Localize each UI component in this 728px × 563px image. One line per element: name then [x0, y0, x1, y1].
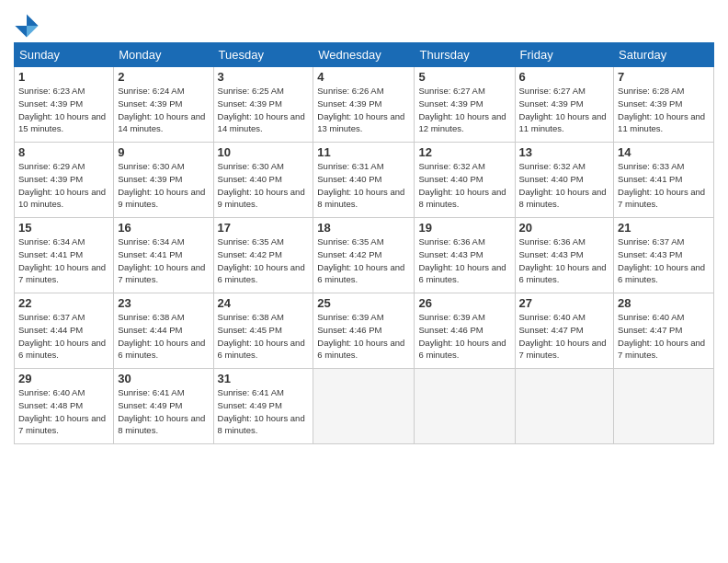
calendar-header-saturday: Saturday [614, 43, 714, 67]
day-info: Sunrise: 6:32 AMSunset: 4:40 PMDaylight:… [519, 161, 607, 209]
calendar-cell: 31 Sunrise: 6:41 AMSunset: 4:49 PMDaylig… [213, 369, 313, 444]
calendar-cell: 10 Sunrise: 6:30 AMSunset: 4:40 PMDaylig… [213, 143, 313, 218]
day-info: Sunrise: 6:36 AMSunset: 4:43 PMDaylight:… [519, 236, 607, 284]
calendar-cell: 29 Sunrise: 6:40 AMSunset: 4:48 PMDaylig… [15, 369, 114, 444]
calendar-header-thursday: Thursday [415, 43, 515, 67]
day-number: 18 [317, 221, 410, 235]
calendar-cell: 19 Sunrise: 6:36 AMSunset: 4:43 PMDaylig… [415, 218, 515, 293]
calendar-cell: 23 Sunrise: 6:38 AMSunset: 4:44 PMDaylig… [114, 293, 213, 369]
day-info: Sunrise: 6:34 AMSunset: 4:41 PMDaylight:… [118, 236, 205, 284]
calendar-cell: 12 Sunrise: 6:32 AMSunset: 4:40 PMDaylig… [415, 143, 515, 218]
calendar-cell: 17 Sunrise: 6:35 AMSunset: 4:42 PMDaylig… [213, 218, 313, 293]
day-info: Sunrise: 6:35 AMSunset: 4:42 PMDaylight:… [218, 236, 305, 284]
day-info: Sunrise: 6:30 AMSunset: 4:40 PMDaylight:… [218, 161, 305, 209]
day-number: 11 [317, 145, 410, 159]
day-number: 29 [18, 372, 109, 385]
day-number: 9 [118, 145, 209, 159]
day-info: Sunrise: 6:37 AMSunset: 4:44 PMDaylight:… [18, 312, 106, 360]
day-info: Sunrise: 6:41 AMSunset: 4:49 PMDaylight:… [118, 387, 205, 435]
day-info: Sunrise: 6:35 AMSunset: 4:42 PMDaylight:… [317, 236, 404, 284]
day-number: 4 [317, 70, 410, 84]
calendar-cell [313, 369, 415, 444]
day-number: 7 [618, 70, 710, 84]
calendar-cell: 24 Sunrise: 6:38 AMSunset: 4:45 PMDaylig… [213, 293, 313, 369]
calendar-header-wednesday: Wednesday [313, 43, 415, 67]
page: SundayMondayTuesdayWednesdayThursdayFrid… [0, 0, 728, 563]
calendar-cell: 4 Sunrise: 6:26 AMSunset: 4:39 PMDayligh… [313, 67, 415, 143]
day-info: Sunrise: 6:38 AMSunset: 4:44 PMDaylight:… [118, 312, 205, 360]
day-number: 3 [218, 70, 310, 84]
calendar-cell: 7 Sunrise: 6:28 AMSunset: 4:39 PMDayligh… [614, 67, 714, 143]
calendar-cell: 20 Sunrise: 6:36 AMSunset: 4:43 PMDaylig… [515, 218, 614, 293]
calendar-week-1: 1 Sunrise: 6:23 AMSunset: 4:39 PMDayligh… [15, 67, 714, 143]
calendar-cell [614, 369, 714, 444]
calendar-cell: 21 Sunrise: 6:37 AMSunset: 4:43 PMDaylig… [614, 218, 714, 293]
day-info: Sunrise: 6:27 AMSunset: 4:39 PMDaylight:… [418, 86, 506, 133]
day-info: Sunrise: 6:36 AMSunset: 4:43 PMDaylight:… [418, 236, 506, 284]
calendar-cell: 6 Sunrise: 6:27 AMSunset: 4:39 PMDayligh… [515, 67, 614, 143]
day-info: Sunrise: 6:27 AMSunset: 4:39 PMDaylight:… [519, 86, 607, 133]
calendar-week-3: 15 Sunrise: 6:34 AMSunset: 4:41 PMDaylig… [15, 218, 714, 293]
day-number: 23 [118, 296, 209, 310]
day-number: 5 [418, 70, 510, 84]
calendar-cell: 1 Sunrise: 6:23 AMSunset: 4:39 PMDayligh… [15, 67, 114, 143]
calendar-cell: 18 Sunrise: 6:35 AMSunset: 4:42 PMDaylig… [313, 218, 415, 293]
calendar-cell: 5 Sunrise: 6:27 AMSunset: 4:39 PMDayligh… [415, 67, 515, 143]
calendar-cell: 11 Sunrise: 6:31 AMSunset: 4:40 PMDaylig… [313, 143, 415, 218]
logo [14, 13, 43, 39]
day-info: Sunrise: 6:26 AMSunset: 4:39 PMDaylight:… [317, 86, 404, 133]
calendar-cell [515, 369, 614, 444]
day-info: Sunrise: 6:34 AMSunset: 4:41 PMDaylight:… [18, 236, 106, 284]
day-number: 21 [618, 221, 710, 235]
day-info: Sunrise: 6:30 AMSunset: 4:39 PMDaylight:… [118, 161, 205, 209]
day-number: 22 [18, 296, 109, 310]
calendar-cell: 30 Sunrise: 6:41 AMSunset: 4:49 PMDaylig… [114, 369, 213, 444]
day-info: Sunrise: 6:23 AMSunset: 4:39 PMDaylight:… [18, 86, 106, 133]
day-info: Sunrise: 6:41 AMSunset: 4:49 PMDaylight:… [218, 387, 305, 435]
calendar-cell: 2 Sunrise: 6:24 AMSunset: 4:39 PMDayligh… [114, 67, 213, 143]
day-number: 13 [519, 145, 610, 159]
day-number: 14 [618, 145, 710, 159]
day-number: 2 [118, 70, 209, 84]
calendar-header-row: SundayMondayTuesdayWednesdayThursdayFrid… [15, 43, 714, 67]
day-number: 6 [519, 70, 610, 84]
day-info: Sunrise: 6:40 AMSunset: 4:47 PMDaylight:… [519, 312, 607, 360]
day-info: Sunrise: 6:28 AMSunset: 4:39 PMDaylight:… [618, 86, 705, 133]
logo-icon [14, 13, 40, 39]
day-number: 8 [18, 145, 109, 159]
calendar-cell [415, 369, 515, 444]
day-info: Sunrise: 6:40 AMSunset: 4:48 PMDaylight:… [18, 387, 106, 435]
calendar-week-2: 8 Sunrise: 6:29 AMSunset: 4:39 PMDayligh… [15, 143, 714, 218]
day-number: 16 [118, 221, 209, 235]
calendar-header-friday: Friday [515, 43, 614, 67]
calendar-header-sunday: Sunday [15, 43, 114, 67]
day-number: 17 [218, 221, 310, 235]
calendar-cell: 8 Sunrise: 6:29 AMSunset: 4:39 PMDayligh… [15, 143, 114, 218]
day-info: Sunrise: 6:38 AMSunset: 4:45 PMDaylight:… [218, 312, 305, 360]
calendar: SundayMondayTuesdayWednesdayThursdayFrid… [14, 42, 714, 444]
calendar-cell: 3 Sunrise: 6:25 AMSunset: 4:39 PMDayligh… [213, 67, 313, 143]
header [14, 9, 714, 39]
day-number: 25 [317, 296, 410, 310]
calendar-cell: 14 Sunrise: 6:33 AMSunset: 4:41 PMDaylig… [614, 143, 714, 218]
calendar-cell: 15 Sunrise: 6:34 AMSunset: 4:41 PMDaylig… [15, 218, 114, 293]
day-number: 31 [218, 372, 310, 385]
day-info: Sunrise: 6:24 AMSunset: 4:39 PMDaylight:… [118, 86, 205, 133]
day-number: 15 [18, 221, 109, 235]
calendar-cell: 27 Sunrise: 6:40 AMSunset: 4:47 PMDaylig… [515, 293, 614, 369]
day-info: Sunrise: 6:37 AMSunset: 4:43 PMDaylight:… [618, 236, 705, 284]
calendar-header-tuesday: Tuesday [213, 43, 313, 67]
calendar-week-4: 22 Sunrise: 6:37 AMSunset: 4:44 PMDaylig… [15, 293, 714, 369]
day-info: Sunrise: 6:39 AMSunset: 4:46 PMDaylight:… [418, 312, 506, 360]
day-info: Sunrise: 6:25 AMSunset: 4:39 PMDaylight:… [218, 86, 305, 133]
calendar-header-monday: Monday [114, 43, 213, 67]
day-number: 30 [118, 372, 209, 385]
day-info: Sunrise: 6:39 AMSunset: 4:46 PMDaylight:… [317, 312, 404, 360]
day-info: Sunrise: 6:33 AMSunset: 4:41 PMDaylight:… [618, 161, 705, 209]
calendar-cell: 22 Sunrise: 6:37 AMSunset: 4:44 PMDaylig… [15, 293, 114, 369]
calendar-cell: 9 Sunrise: 6:30 AMSunset: 4:39 PMDayligh… [114, 143, 213, 218]
svg-marker-1 [27, 26, 39, 38]
calendar-cell: 13 Sunrise: 6:32 AMSunset: 4:40 PMDaylig… [515, 143, 614, 218]
calendar-cell: 25 Sunrise: 6:39 AMSunset: 4:46 PMDaylig… [313, 293, 415, 369]
day-number: 1 [18, 70, 109, 84]
